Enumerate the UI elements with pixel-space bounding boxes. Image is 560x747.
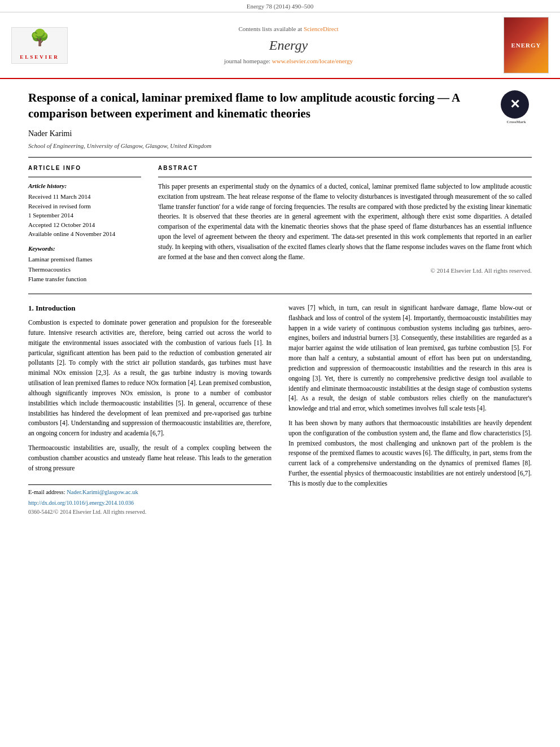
copyright-text: © 2014 Elsevier Ltd. All rights reserved… bbox=[158, 267, 532, 275]
crossmark-cross-symbol: ✕ bbox=[510, 98, 520, 111]
footnote-email-line: E-mail address: Nader.Karimi@glasgow.ac.… bbox=[28, 488, 272, 497]
header-divider bbox=[28, 157, 532, 158]
abstract-text: This paper presents an experimental stud… bbox=[158, 182, 532, 263]
elsevier-brand-text: ELSEVIER bbox=[20, 54, 59, 61]
journal-name: Energy bbox=[73, 36, 504, 55]
body-right-column: waves [7] which, in turn, can result in … bbox=[288, 303, 532, 516]
email-link[interactable]: Nader.Karimi@glasgow.ac.uk bbox=[67, 489, 138, 495]
journal-header: 🌳 ELSEVIER Contents lists available at S… bbox=[0, 12, 560, 79]
sciencedirect-line: Contents lists available at ScienceDirec… bbox=[73, 25, 504, 33]
elsevier-tree-icon: 🌳 bbox=[30, 30, 50, 46]
abstract-divider bbox=[158, 177, 532, 177]
intro-number: 1. bbox=[28, 304, 34, 312]
crossmark-badge[interactable]: ✕ CrossMark bbox=[501, 90, 532, 121]
journal-homepage: journal homepage: www.elsevier.com/locat… bbox=[73, 57, 504, 65]
author-affiliation: School of Engineering, University of Gla… bbox=[28, 142, 532, 150]
keywords-label: Keywords: bbox=[28, 244, 141, 253]
sciencedirect-link[interactable]: ScienceDirect bbox=[304, 25, 339, 32]
citation-text: Energy 78 (2014) 490–500 bbox=[247, 3, 314, 10]
homepage-label: journal homepage: bbox=[224, 58, 270, 64]
history-available: Available online 4 November 2014 bbox=[28, 229, 141, 239]
article-container: Response of a conical, laminar premixed … bbox=[0, 79, 560, 533]
issn-text: 0360-5442/© 2014 Elsevier Ltd. All right… bbox=[28, 508, 272, 516]
journal-center: Contents lists available at ScienceDirec… bbox=[73, 25, 504, 65]
doi-link[interactable]: http://dx.doi.org/10.1016/j.energy.2014.… bbox=[28, 499, 272, 507]
keyword-1: Laminar premixed flames bbox=[28, 255, 141, 265]
citation-bar: Energy 78 (2014) 490–500 bbox=[0, 0, 560, 12]
body-divider bbox=[28, 294, 532, 294]
intro-para-1: Combustion is expected to dominate power… bbox=[28, 318, 272, 439]
crossmark-icon: ✕ bbox=[501, 90, 529, 119]
crossmark-label: CrossMark bbox=[501, 120, 532, 125]
abstract-column: ABSTRACT This paper presents an experime… bbox=[158, 164, 532, 285]
intro-title: Introduction bbox=[36, 304, 76, 312]
abstract-heading: ABSTRACT bbox=[158, 164, 532, 172]
right-para-1: waves [7] which, in turn, can result in … bbox=[288, 303, 532, 414]
info-abstract-columns: Article Info Article history: Received 1… bbox=[28, 164, 532, 285]
email-label: E-mail address: bbox=[28, 489, 65, 495]
footnote-area: E-mail address: Nader.Karimi@glasgow.ac.… bbox=[28, 484, 272, 516]
keyword-2: Thermoacoustics bbox=[28, 265, 141, 275]
cover-title: ENERGY bbox=[511, 41, 541, 50]
right-para-2: It has been shown by many authors that t… bbox=[288, 418, 532, 489]
author-name: Nader Karimi bbox=[28, 128, 532, 139]
contents-text: Contents lists available at bbox=[238, 25, 302, 32]
article-info-column: Article Info Article history: Received 1… bbox=[28, 164, 141, 285]
intro-para-2: Thermoacoustic instabilities are, usuall… bbox=[28, 443, 272, 473]
title-text: Response of a conical, laminar premixed … bbox=[28, 91, 460, 120]
history-revised-date: 1 September 2014 bbox=[28, 211, 141, 220]
article-title: Response of a conical, laminar premixed … bbox=[28, 90, 532, 121]
history-accepted: Accepted 12 October 2014 bbox=[28, 220, 141, 230]
article-info-divider bbox=[28, 177, 141, 177]
keyword-3: Flame transfer function bbox=[28, 274, 141, 285]
article-info-heading: Article Info bbox=[28, 164, 141, 172]
elsevier-logo: 🌳 ELSEVIER bbox=[11, 27, 73, 64]
body-columns: 1. Introduction Combustion is expected t… bbox=[28, 303, 532, 516]
history-revised-label: Received in revised form bbox=[28, 202, 141, 211]
history-received: Received 11 March 2014 bbox=[28, 192, 141, 202]
journal-cover-image: ENERGY bbox=[504, 17, 549, 73]
history-label: Article history: bbox=[28, 182, 141, 190]
homepage-url[interactable]: www.elsevier.com/locate/energy bbox=[272, 58, 353, 64]
elsevier-logo-image: 🌳 ELSEVIER bbox=[11, 27, 68, 64]
intro-section-title: 1. Introduction bbox=[28, 303, 272, 313]
body-left-column: 1. Introduction Combustion is expected t… bbox=[28, 303, 272, 516]
